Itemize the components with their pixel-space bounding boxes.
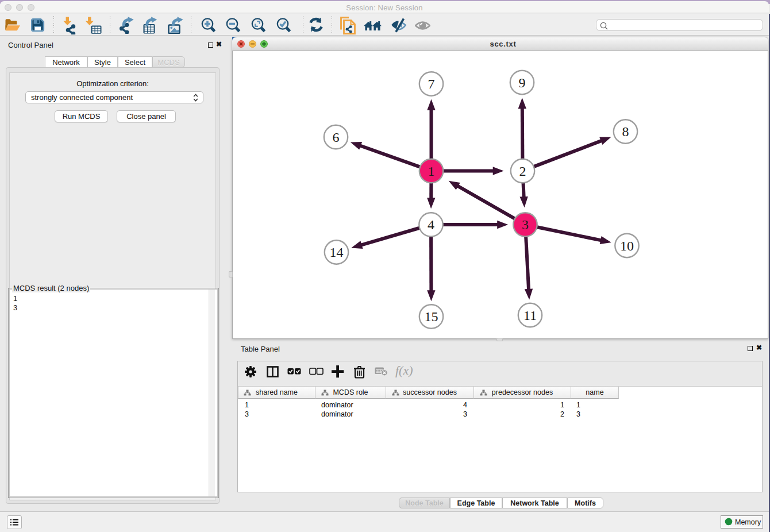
svg-text:8: 8 [622, 124, 629, 139]
svg-text:3: 3 [522, 217, 529, 232]
svg-text:14: 14 [330, 245, 344, 260]
svg-text:10: 10 [620, 238, 634, 253]
svg-text:4: 4 [428, 217, 434, 232]
svg-text:7: 7 [428, 76, 435, 91]
svg-text:11: 11 [523, 308, 537, 323]
svg-text:9: 9 [519, 75, 526, 90]
svg-text:6: 6 [333, 130, 340, 145]
svg-text:15: 15 [425, 309, 438, 324]
svg-text:1: 1 [428, 164, 435, 179]
svg-text:2: 2 [519, 164, 526, 179]
